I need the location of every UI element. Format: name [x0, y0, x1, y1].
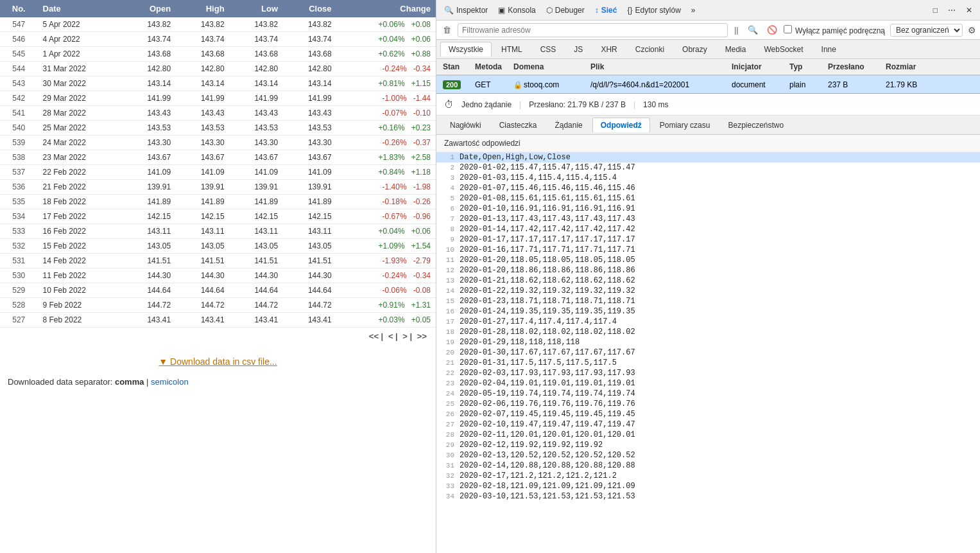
cell-high: 144.64: [176, 283, 229, 298]
table-row[interactable]: 532 15 Feb 2022 143.05 143.05 143.05 143…: [0, 239, 436, 254]
pagination-next[interactable]: > |: [402, 331, 412, 341]
cell-no: 528: [0, 298, 38, 313]
time-summary: 130 ms: [643, 100, 668, 109]
change-pct: +0.03%: [379, 315, 405, 324]
console-btn[interactable]: ▣ Konsola: [494, 4, 539, 17]
tab-naglowki[interactable]: Nagłówki: [442, 118, 490, 132]
line-number: 27: [436, 421, 460, 428]
line-content: 2020-01-27,117.4,117.4,117.4,117.4: [460, 317, 617, 326]
cell-no: 540: [0, 121, 38, 136]
cell-high: 143.14: [176, 76, 229, 91]
settings-icon[interactable]: ⚙: [968, 25, 976, 35]
line-number: 18: [436, 328, 460, 336]
table-row[interactable]: 535 18 Feb 2022 141.89 141.89 141.89 141…: [0, 195, 436, 209]
table-row[interactable]: 542 29 Mar 2022 141.99 141.99 141.99 141…: [0, 91, 436, 106]
limit-select[interactable]: Bez ograniczeń: [890, 24, 963, 37]
network-request-row[interactable]: 200 GET 🔒stooq.com /q/d/l/?s=4604.n&d1=2…: [436, 76, 980, 94]
tab-wszystkie[interactable]: Wszystkie: [440, 42, 492, 57]
tab-ciasteczka[interactable]: Ciasteczka: [491, 118, 546, 132]
table-row[interactable]: 543 30 Mar 2022 143.14 143.14 143.14 143…: [0, 76, 436, 91]
line-content: 2020-01-14,117.42,117.42,117.42,117.42: [460, 225, 635, 234]
tab-js[interactable]: JS: [565, 42, 591, 57]
network-btn[interactable]: ↕ Sieć: [591, 4, 621, 17]
table-row[interactable]: 528 9 Feb 2022 144.72 144.72 144.72 144.…: [0, 298, 436, 313]
cell-close: 144.30: [283, 268, 336, 283]
disable-cache-checkbox[interactable]: [784, 25, 792, 33]
tab-zadanie[interactable]: Żądanie: [546, 118, 590, 132]
table-row[interactable]: 541 28 Mar 2022 143.43 143.43 143.43 143…: [0, 106, 436, 121]
response-content-area[interactable]: 1 Date,Open,High,Low,Close 2 2020-01-02,…: [436, 152, 980, 553]
line-content: 2020-01-23,118.71,118.71,118.71,118.71: [460, 297, 635, 306]
pagination-prev[interactable]: < |: [388, 331, 398, 341]
table-header-row: No. Date Open High Low Close Change: [0, 0, 436, 17]
table-row[interactable]: 547 5 Apr 2022 143.82 143.82 143.82 143.…: [0, 17, 436, 32]
table-row[interactable]: 545 1 Apr 2022 143.68 143.68 143.68 143.…: [0, 47, 436, 62]
line-content: 2020-01-16,117.71,117.71,117.71,117.71: [460, 245, 635, 254]
col-domena: Domena: [511, 62, 588, 71]
download-csv-link[interactable]: ▼ Download data in csv file...: [159, 356, 277, 367]
tab-media[interactable]: Media: [717, 42, 755, 57]
table-row[interactable]: 534 17 Feb 2022 142.15 142.15 142.15 142…: [0, 209, 436, 224]
dock-btn[interactable]: □: [929, 4, 941, 17]
table-row[interactable]: 537 22 Feb 2022 141.09 141.09 141.09 141…: [0, 165, 436, 180]
cell-change: +0.03% +0.05: [337, 313, 436, 328]
cell-open: 143.68: [123, 47, 176, 62]
debugger-btn[interactable]: ⬡ Debuger: [542, 4, 589, 17]
cell-no: 531: [0, 254, 38, 268]
block-btn[interactable]: 🚫: [764, 24, 780, 36]
pagination-first[interactable]: << |: [369, 331, 383, 341]
tab-css[interactable]: CSS: [532, 42, 565, 57]
tab-bezpieczenstwo[interactable]: Bezpieczeństwo: [719, 118, 792, 132]
pause-btn[interactable]: ||: [732, 24, 741, 36]
tab-inne[interactable]: Inne: [813, 42, 845, 57]
semicolon-link[interactable]: semicolon: [151, 377, 189, 387]
table-row[interactable]: 536 21 Feb 2022 139.91 139.91 139.91 139…: [0, 180, 436, 195]
cell-high: 143.05: [176, 239, 229, 254]
table-row[interactable]: 531 14 Feb 2022 141.51 141.51 141.51 141…: [0, 254, 436, 268]
line-content: 2020-02-03,117.93,117.93,117.93,117.93: [460, 369, 635, 378]
response-line: 11 2020-01-20,118.05,118.05,118.05,118.0…: [436, 255, 980, 265]
tab-html[interactable]: HTML: [493, 42, 531, 57]
table-row[interactable]: 540 25 Mar 2022 143.53 143.53 143.53 143…: [0, 121, 436, 136]
table-row[interactable]: 529 10 Feb 2022 144.64 144.64 144.64 144…: [0, 283, 436, 298]
change-pct: +0.06%: [379, 20, 405, 29]
change-pct: +0.62%: [379, 49, 405, 58]
inspector-btn[interactable]: 🔍 Inspektor: [440, 4, 492, 17]
col-plik: Plik: [588, 62, 729, 71]
options-btn[interactable]: ⋯: [944, 4, 959, 17]
table-row[interactable]: 538 23 Mar 2022 143.67 143.67 143.67 143…: [0, 150, 436, 165]
table-row[interactable]: 527 8 Feb 2022 143.41 143.41 143.41 143.…: [0, 313, 436, 328]
pagination-last[interactable]: >>: [417, 331, 427, 341]
change-val: +2.58: [411, 153, 431, 162]
cell-low: 141.51: [230, 254, 283, 268]
table-row[interactable]: 530 11 Feb 2022 144.30 144.30 144.30 144…: [0, 268, 436, 283]
table-row[interactable]: 544 31 Mar 2022 142.80 142.80 142.80 142…: [0, 62, 436, 76]
search-btn[interactable]: 🔍: [745, 24, 761, 36]
style-editor-btn[interactable]: {} Edytor stylów: [623, 4, 684, 17]
separator-section: Downloaded data separator: comma | semic…: [0, 372, 436, 392]
tab-xhr[interactable]: XHR: [592, 42, 625, 57]
table-row[interactable]: 533 16 Feb 2022 143.11 143.11 143.11 143…: [0, 224, 436, 239]
trash-btn[interactable]: 🗑: [440, 24, 454, 36]
tab-pomiary[interactable]: Pomiary czasu: [651, 118, 719, 132]
table-body: 547 5 Apr 2022 143.82 143.82 143.82 143.…: [0, 17, 436, 328]
cell-low: 144.72: [230, 298, 283, 313]
more-btn[interactable]: »: [687, 4, 700, 17]
change-pct: -0.06%: [383, 286, 407, 295]
close-devtools-btn[interactable]: ✕: [962, 4, 976, 17]
response-line: 17 2020-01-27,117.4,117.4,117.4,117.4: [436, 317, 980, 327]
disable-cache-label[interactable]: Wyłącz pamięć podręczną: [784, 25, 885, 35]
filter-input[interactable]: [458, 23, 728, 37]
tab-websocket[interactable]: WebSocket: [755, 42, 811, 57]
transferred-cell: 237 B: [825, 80, 883, 89]
cell-date: 31 Mar 2022: [38, 62, 123, 76]
tab-odpowiedz[interactable]: Odpowiedź: [592, 118, 650, 132]
table-row[interactable]: 546 4 Apr 2022 143.74 143.74 143.74 143.…: [0, 32, 436, 47]
cell-low: 143.43: [230, 106, 283, 121]
tab-czcionki[interactable]: Czcionki: [627, 42, 673, 57]
line-number: 25: [436, 400, 460, 408]
tab-obrazy[interactable]: Obrazy: [674, 42, 716, 57]
line-number: 5: [436, 195, 460, 202]
table-row[interactable]: 539 24 Mar 2022 143.30 143.30 143.30 143…: [0, 136, 436, 150]
line-content: 2020-02-14,120.88,120.88,120.88,120.88: [460, 461, 635, 470]
